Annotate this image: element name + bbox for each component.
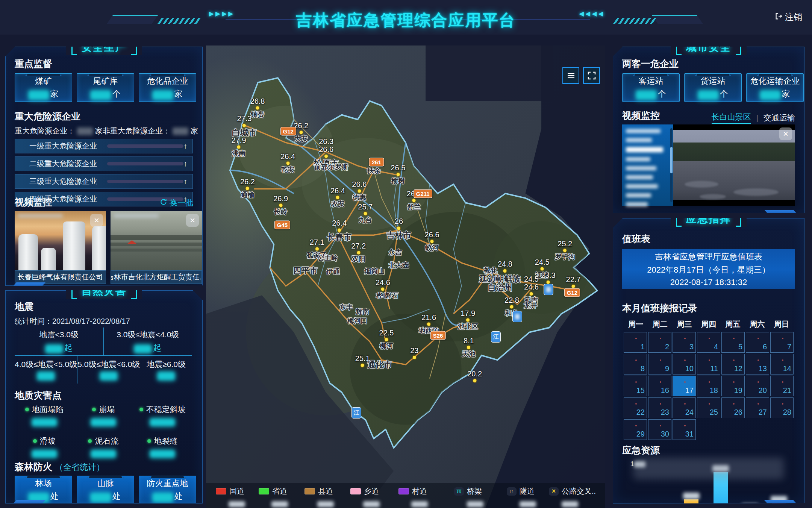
map-marker-九台[interactable]: 25.7九台 bbox=[358, 203, 373, 224]
calendar-day-27[interactable]: 27 bbox=[746, 397, 769, 418]
close-icon[interactable]: × bbox=[90, 214, 103, 227]
map-marker-20.2[interactable]: 20.2 bbox=[467, 370, 482, 384]
legend-item-省道[interactable]: 省道 bbox=[259, 486, 287, 496]
camera-list-item[interactable] bbox=[626, 166, 656, 170]
camera-list[interactable] bbox=[622, 124, 673, 206]
map-marker-双阳[interactable]: 27.2双阳 bbox=[351, 242, 366, 262]
camera-list-item[interactable] bbox=[626, 129, 661, 133]
map-marker-烟筒山[interactable]: 烟筒山 bbox=[364, 268, 385, 275]
map-marker-扶余[interactable]: 扶余 bbox=[367, 167, 381, 174]
camera-list-item[interactable] bbox=[626, 138, 652, 142]
map-marker-梅河口[interactable]: 梅河口 bbox=[347, 317, 367, 324]
close-icon[interactable]: × bbox=[186, 214, 199, 227]
calendar-day-31[interactable]: 31 bbox=[673, 419, 696, 440]
map-marker-通榆[interactable]: 26.2通榆 bbox=[240, 177, 255, 198]
map-marker-北大壶[interactable]: 北大壶 bbox=[389, 262, 409, 269]
calendar-day-24[interactable]: 24 bbox=[673, 397, 696, 418]
stat-card-林场[interactable]: 林场处 bbox=[15, 476, 72, 504]
map-marker-23.3[interactable]: 23.3 bbox=[541, 271, 556, 285]
calendar-day-21[interactable]: 21 bbox=[770, 376, 794, 396]
camera-list-item[interactable] bbox=[626, 202, 648, 206]
map-marker-长春市[interactable]: 26.4长春市 bbox=[327, 219, 352, 241]
tab-changbaishan[interactable]: 长白山景区 bbox=[712, 112, 751, 124]
camera-list-item[interactable] bbox=[626, 147, 663, 152]
camera-card[interactable]: × 吉林市吉化北方炬醒工贸责任... bbox=[111, 211, 202, 284]
calendar-day-20[interactable]: 20 bbox=[746, 376, 769, 396]
calendar-day-10[interactable]: 10 bbox=[673, 354, 696, 375]
map-marker-磐石[interactable]: 磐石 bbox=[385, 292, 398, 299]
map-marker-洮南[interactable]: 27.9洮南 bbox=[232, 136, 246, 157]
logout-button[interactable]: 注销 bbox=[774, 11, 802, 23]
map-marker-通化市[interactable]: 通化市 bbox=[367, 360, 392, 369]
calendar-day-8[interactable]: 8 bbox=[624, 354, 647, 375]
map-marker-龙井[interactable]: 龙井 bbox=[524, 302, 537, 309]
map-marker-前郭尔罗斯[interactable]: 前郭尔罗斯 bbox=[314, 164, 348, 171]
camera-card[interactable]: × 长春巨峰气体有限责任公司 bbox=[15, 211, 106, 284]
legend-item-桥梁[interactable]: π桥梁 bbox=[454, 486, 482, 496]
calendar-day-3[interactable]: 3 bbox=[673, 332, 696, 353]
stat-card-客运站[interactable]: 客运站个 bbox=[622, 73, 680, 102]
calendar-day-28[interactable]: 28 bbox=[770, 397, 794, 418]
camera-list-item[interactable] bbox=[626, 175, 653, 179]
map-marker-伊通[interactable]: 伊通 bbox=[326, 268, 340, 275]
legend-item-国道[interactable]: 国道 bbox=[216, 486, 244, 496]
map-marker-池北区[interactable]: 17.9池北区 bbox=[458, 309, 478, 330]
map-marker-吉林市[interactable]: 26吉林市 bbox=[386, 218, 411, 240]
camera-list-item[interactable] bbox=[626, 157, 650, 161]
calendar-day-1[interactable]: 1 bbox=[624, 332, 647, 353]
scenic-marker-icon[interactable]: 江 bbox=[351, 407, 361, 419]
calendar-day-11[interactable]: 11 bbox=[697, 354, 720, 375]
map-marker-农安[interactable]: 26.4农安 bbox=[330, 187, 345, 208]
calendar-day-19[interactable]: 19 bbox=[721, 376, 745, 396]
calendar-day-5[interactable]: 5 bbox=[721, 332, 745, 353]
duty-schedule-box[interactable]: 吉林省应急管理厅应急值班表2022年8月17日（今日，星期三）2022-08-1… bbox=[622, 249, 795, 289]
calendar-day-12[interactable]: 12 bbox=[721, 354, 745, 375]
calendar-day-29[interactable]: 29 bbox=[624, 419, 647, 440]
map-marker-蛟河[interactable]: 26.6蛟河 bbox=[425, 231, 439, 252]
calendar-day-6[interactable]: 6 bbox=[746, 332, 769, 353]
map-marker-乾安[interactable]: 26.4乾安 bbox=[280, 153, 295, 173]
map-marker-四平市[interactable]: 四平市 bbox=[293, 266, 318, 275]
scenic-marker-icon[interactable]: 江 bbox=[491, 331, 501, 343]
refresh-batch-button[interactable]: 换一批 bbox=[160, 197, 193, 208]
map-marker-白城市[interactable]: 27.3白城市 bbox=[232, 115, 257, 137]
calendar-day-30[interactable]: 30 bbox=[648, 419, 671, 440]
calendar-day-13[interactable]: 13 bbox=[746, 354, 769, 375]
city-camera-feed[interactable]: × bbox=[673, 124, 795, 206]
map-marker-22.7[interactable]: 22.7 bbox=[566, 276, 581, 289]
stat-card-煤矿[interactable]: 煤矿家 bbox=[15, 73, 72, 102]
map-marker-延边朝鲜族自治州[interactable]: 延边朝鲜族自治州 bbox=[477, 274, 523, 292]
calendar-day-26[interactable]: 26 bbox=[721, 397, 745, 418]
calendar-day-2[interactable]: 2 bbox=[648, 332, 671, 353]
calendar-day-18[interactable]: 18 bbox=[697, 376, 720, 396]
legend-item-村道[interactable]: 村道 bbox=[398, 486, 427, 496]
map-marker-辉南[interactable]: 辉南 bbox=[356, 308, 369, 315]
calendar-day-22[interactable]: 22 bbox=[624, 397, 647, 418]
calendar-day-25[interactable]: 25 bbox=[697, 397, 720, 418]
camera-list-item[interactable] bbox=[626, 184, 658, 188]
map-marker-柳河[interactable]: 22.5柳河 bbox=[379, 329, 394, 350]
calendar-day-16[interactable]: 16 bbox=[648, 376, 671, 396]
map-marker-延吉[interactable]: 24.524.6延吉 bbox=[524, 275, 539, 304]
scenic-marker-icon[interactable] bbox=[544, 284, 553, 295]
stat-card-危化运输企业[interactable]: 危化运输企业家 bbox=[746, 73, 804, 102]
legend-item-乡道[interactable]: 乡道 bbox=[350, 486, 379, 496]
calendar-day-9[interactable]: 9 bbox=[648, 354, 671, 375]
map-marker-天池[interactable]: 8.1天池 bbox=[462, 337, 476, 358]
camera-list-item[interactable] bbox=[626, 193, 651, 197]
scenic-marker-icon[interactable] bbox=[512, 311, 522, 322]
stat-card-防火重点地[interactable]: 防火重点地处 bbox=[139, 476, 196, 504]
map-marker-长岭[interactable]: 26.9长岭 bbox=[273, 195, 288, 215]
close-icon[interactable]: × bbox=[779, 127, 792, 140]
map-marker-公主岭[interactable]: 公主岭 bbox=[318, 254, 338, 261]
map-marker-24.8[interactable]: 24.8 bbox=[498, 260, 512, 274]
map-marker-德惠[interactable]: 26.6德惠 bbox=[352, 180, 367, 201]
legend-item-公路交叉..[interactable]: ×公路交叉.. bbox=[549, 486, 596, 496]
scrollbar-thumb[interactable] bbox=[670, 147, 673, 173]
map-marker-敦化[interactable]: 敦化 bbox=[484, 267, 497, 274]
map-fullscreen-button[interactable] bbox=[583, 67, 600, 84]
stat-card-尾矿库[interactable]: 尾矿库个 bbox=[77, 73, 134, 102]
map-layers-button[interactable] bbox=[562, 67, 579, 84]
map-marker-东丰[interactable]: 东丰 bbox=[339, 304, 353, 311]
map-marker-罗子沟[interactable]: 25.2罗子沟 bbox=[555, 240, 575, 260]
